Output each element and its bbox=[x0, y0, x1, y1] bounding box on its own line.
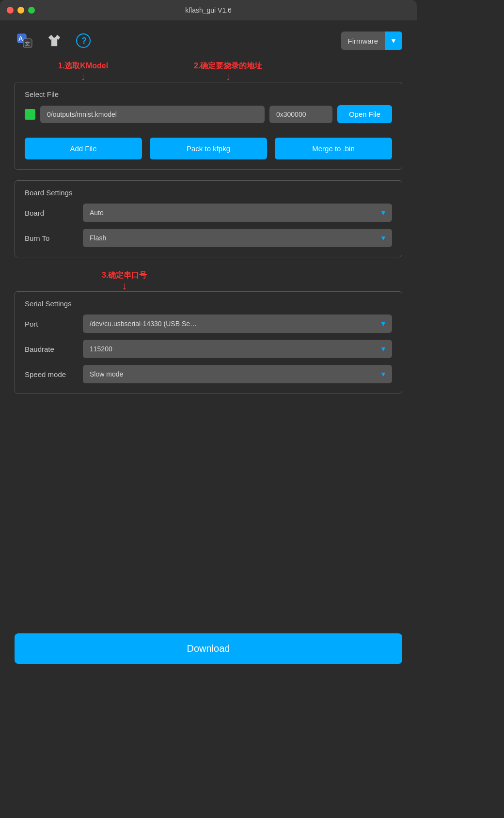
open-file-button[interactable]: Open File bbox=[337, 105, 392, 123]
serial-settings-label: Serial Settings bbox=[25, 299, 392, 308]
baudrate-value: 115200 bbox=[83, 340, 375, 358]
port-dropdown[interactable]: /dev/cu.usbserial-14330 (USB Se… ▼ bbox=[83, 315, 392, 333]
port-value: /dev/cu.usbserial-14330 (USB Se… bbox=[83, 315, 375, 332]
annotation-row-2: 3.确定串口号 ↓ bbox=[15, 268, 402, 291]
speed-mode-row: Speed mode Slow mode ▼ bbox=[25, 365, 392, 383]
help-icon[interactable]: ? bbox=[73, 30, 94, 51]
board-value: Auto bbox=[83, 204, 375, 221]
address-input[interactable]: 0x300000 bbox=[269, 106, 332, 123]
firmware-arrow-icon: ▼ bbox=[385, 31, 402, 50]
serial-settings-section: Serial Settings Port /dev/cu.usbserial-1… bbox=[15, 291, 402, 393]
select-file-section: Select File 0/outputs/mnist.kmodel 0x300… bbox=[15, 82, 402, 170]
board-dropdown[interactable]: Auto ▼ bbox=[83, 204, 392, 222]
translate-icon[interactable]: A 文 bbox=[15, 30, 36, 51]
speed-mode-dropdown-icon: ▼ bbox=[375, 365, 392, 383]
port-row: Port /dev/cu.usbserial-14330 (USB Se… ▼ bbox=[25, 315, 392, 333]
board-row: Board Auto ▼ bbox=[25, 204, 392, 222]
merge-button[interactable]: Merge to .bin bbox=[275, 138, 392, 159]
baudrate-dropdown-icon: ▼ bbox=[375, 340, 392, 358]
svg-text:?: ? bbox=[81, 36, 87, 46]
close-button[interactable] bbox=[7, 7, 14, 14]
top-bar-left: A 文 ? bbox=[15, 30, 94, 51]
burn-to-row: Burn To Flash ▼ bbox=[25, 229, 392, 247]
annotation-3: 3.确定串口号 ↓ bbox=[102, 270, 147, 291]
port-label: Port bbox=[25, 320, 83, 328]
burn-to-value: Flash bbox=[83, 229, 375, 247]
board-dropdown-icon: ▼ bbox=[375, 204, 392, 222]
spacer bbox=[15, 404, 402, 614]
pack-button[interactable]: Pack to kfpkg bbox=[150, 138, 267, 159]
download-section: Download bbox=[0, 624, 417, 678]
board-settings-label: Board Settings bbox=[25, 189, 392, 197]
svg-text:文: 文 bbox=[25, 41, 30, 47]
shirt-icon[interactable] bbox=[44, 30, 65, 51]
download-button[interactable]: Download bbox=[15, 633, 402, 664]
maximize-button[interactable] bbox=[28, 7, 35, 14]
select-file-label: Select File bbox=[25, 90, 392, 98]
board-settings-section: Board Settings Board Auto ▼ Burn To Flas… bbox=[15, 180, 402, 257]
app-title: kflash_gui V1.6 bbox=[185, 6, 232, 14]
speed-mode-dropdown[interactable]: Slow mode ▼ bbox=[83, 365, 392, 383]
annotation-2: 2.确定要烧录的地址 ↓ bbox=[194, 61, 262, 82]
add-file-button[interactable]: Add File bbox=[25, 138, 142, 159]
file-status-indicator bbox=[25, 109, 35, 120]
port-dropdown-icon: ▼ bbox=[375, 315, 392, 333]
baudrate-row: Baudrate 115200 ▼ bbox=[25, 340, 392, 358]
burn-to-dropdown-icon: ▼ bbox=[375, 229, 392, 247]
baudrate-dropdown[interactable]: 115200 ▼ bbox=[83, 340, 392, 358]
top-bar: A 文 ? Firmware ▼ bbox=[15, 25, 402, 55]
burn-to-label: Burn To bbox=[25, 234, 83, 242]
speed-mode-label: Speed mode bbox=[25, 370, 83, 378]
firmware-dropdown[interactable]: Firmware ▼ bbox=[341, 31, 403, 50]
file-path-input[interactable]: 0/outputs/mnist.kmodel bbox=[40, 106, 265, 123]
action-buttons: Add File Pack to kfpkg Merge to .bin bbox=[25, 138, 392, 159]
annotation-1: 1.选取KModel ↓ bbox=[58, 61, 108, 82]
file-row: 0/outputs/mnist.kmodel 0x300000 Open Fil… bbox=[25, 105, 392, 123]
burn-to-dropdown[interactable]: Flash ▼ bbox=[83, 229, 392, 247]
firmware-label: Firmware bbox=[341, 33, 385, 49]
title-bar: kflash_gui V1.6 bbox=[0, 0, 417, 20]
annotation-row-1: 1.选取KModel ↓ 2.确定要烧录的地址 ↓ bbox=[15, 55, 402, 82]
window-controls bbox=[7, 7, 35, 14]
speed-mode-value: Slow mode bbox=[83, 365, 375, 383]
minimize-button[interactable] bbox=[17, 7, 24, 14]
board-label: Board bbox=[25, 209, 83, 217]
svg-text:A: A bbox=[18, 35, 23, 42]
baudrate-label: Baudrate bbox=[25, 345, 83, 353]
